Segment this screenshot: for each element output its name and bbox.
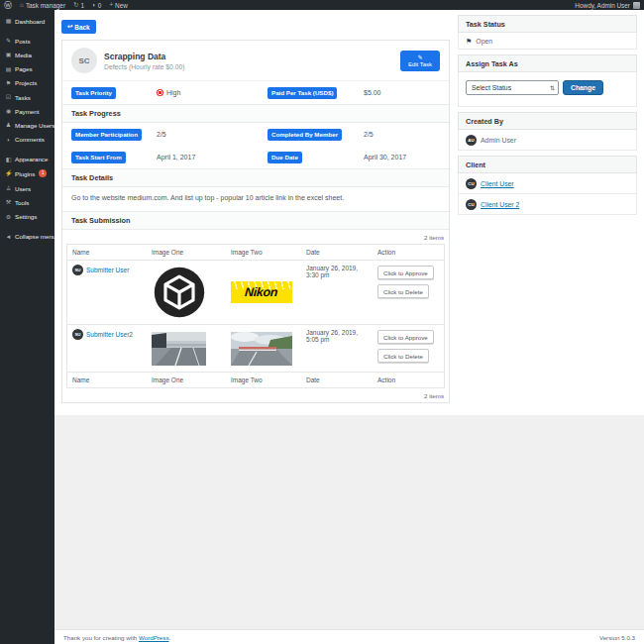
task-header-text: Scrapping Data Defects (Hourly rate $0.0… <box>104 52 185 70</box>
manage-users-icon: ♟ <box>5 122 12 128</box>
column-image-two: Image Two <box>226 245 301 260</box>
sidebar-item-settings[interactable]: ⚙Settings <box>0 209 54 223</box>
task-start-badge: Task Start From <box>71 152 126 163</box>
new-label: New <box>115 2 128 9</box>
delete-button[interactable]: Click to Delete <box>377 284 429 298</box>
payment-icon: ◉ <box>5 108 12 114</box>
task-status-heading: Task Status <box>458 15 637 33</box>
due-date-badge: Due Date <box>268 152 302 163</box>
submitter-cell: SU Submitter User <box>67 261 147 324</box>
updates-link[interactable]: ↻ 1 <box>69 0 88 10</box>
change-status-button[interactable]: Change <box>563 80 603 95</box>
sidebar-item-label: Dashboard <box>15 18 45 25</box>
comments-link[interactable]: ◗ 0 <box>88 0 105 10</box>
task-progress-heading: Task Progress <box>62 104 449 123</box>
back-arrow-icon: ↩ <box>67 23 72 31</box>
client-avatar: CU <box>466 199 477 210</box>
paid-per-task-value: $5.00 <box>364 89 440 96</box>
submitter-cell: SU Submitter User2 <box>67 325 147 372</box>
sidebar-item-tools[interactable]: ⚒Tools <box>0 195 54 209</box>
status-select[interactable]: Select Status ⇅ <box>466 80 559 95</box>
status-select-value: Select Status <box>472 84 511 91</box>
submitter-user-link[interactable]: Submitter User <box>86 265 129 273</box>
users-icon: ♙ <box>5 185 12 191</box>
column-name[interactable]: Name <box>67 245 147 260</box>
sidebar-item-payment[interactable]: ◉Payment <box>0 104 54 118</box>
sidebar-item-tasks[interactable]: ☑Tasks <box>0 90 54 104</box>
priority-row: Task Priority High Paid Per Task (USD$) … <box>62 80 449 104</box>
comments-count: 0 <box>98 2 102 9</box>
sidebar-item-plugins[interactable]: ⚡Plugins1 <box>0 166 54 181</box>
back-button[interactable]: ↩ Back <box>61 20 96 34</box>
sidebar-item-posts[interactable]: ✎Posts <box>0 34 54 48</box>
sidebar-item-pages[interactable]: ▤Pages <box>0 62 54 76</box>
home-icon: ⌂ <box>20 2 24 8</box>
sidebar-item-label: Collapse menu <box>15 233 55 240</box>
sidebar-item-projects[interactable]: ⚑Projects <box>0 76 54 90</box>
image-one-cell <box>147 261 226 324</box>
sidebar-item-label: Tools <box>15 199 29 206</box>
creator-avatar: AU <box>466 135 477 146</box>
task-header: SC Scrapping Data Defects (Hourly rate $… <box>62 41 449 80</box>
sidebar-item-comments[interactable]: ◗Comments <box>0 133 54 147</box>
column-image-one: Image One <box>147 373 226 387</box>
wordpress-logo-menu[interactable]: Ⓦ <box>0 0 16 10</box>
sidebar-item-users[interactable]: ♙Users <box>0 181 54 195</box>
member-participation-value: 2/5 <box>157 131 268 138</box>
approve-button[interactable]: Click to Approve <box>377 330 434 344</box>
sidebar-item-label: Comments <box>15 136 45 143</box>
main-area: ↩ Back SC Scrapping Data Defects (Hourly… <box>54 10 644 644</box>
table-header-row: Name Image One Image Two Date Action <box>67 245 444 260</box>
site-name-link[interactable]: ⌂ Task manager <box>16 0 69 10</box>
sidebar-item-manage-users[interactable]: ♟Manage Users <box>0 118 54 132</box>
client-user-link[interactable]: Client User <box>481 180 514 187</box>
updates-icon: ↻ <box>73 2 78 8</box>
approve-button[interactable]: Click to Approve <box>377 266 434 279</box>
client-row: CU Client User <box>458 173 637 194</box>
posts-icon: ✎ <box>5 38 12 44</box>
sidebar-item-media[interactable]: ▣Media <box>0 48 54 61</box>
table-footer-row: Name Image One Image Two Date Action <box>67 372 444 387</box>
edit-task-label: Edit Task <box>408 61 432 67</box>
account-menu[interactable]: Howdy, Admin User <box>575 2 644 9</box>
sidebar-item-label: Posts <box>15 38 30 45</box>
admin-footer: Thank you for creating with WordPress. V… <box>54 629 644 644</box>
sidebar-item-label: Users <box>15 185 31 192</box>
background-filler <box>54 415 644 629</box>
submitter-user-link[interactable]: Submitter User2 <box>86 329 133 338</box>
submitter-avatar: SU <box>72 329 83 340</box>
footer-thanks-text: Thank you for creating with <box>63 634 139 641</box>
appearance-icon: ◧ <box>5 157 12 162</box>
client-user-link[interactable]: Client User 2 <box>481 201 519 208</box>
wordpress-icon: Ⓦ <box>4 0 12 11</box>
column-name[interactable]: Name <box>67 373 147 387</box>
edit-task-button[interactable]: ✎ Edit Task <box>400 51 440 71</box>
new-content-menu[interactable]: + New <box>105 0 132 10</box>
sidebar-item-appearance[interactable]: ◧Appearance <box>0 153 54 166</box>
table-row: SU Submitter User2 <box>67 324 444 372</box>
comments-icon: ◗ <box>5 137 12 143</box>
projects-icon: ⚑ <box>5 80 12 86</box>
tools-icon: ⚒ <box>5 199 12 205</box>
created-by-section: Created By AU Admin User <box>458 112 637 151</box>
sidebar-item-dashboard[interactable]: ▦Dashboard <box>0 14 54 28</box>
status-flag-icon: ⚑ <box>466 38 472 45</box>
date-cell: January 26, 2019, 3:30 pm <box>301 261 373 324</box>
footer-period: . <box>169 634 171 641</box>
paid-per-task-badge: Paid Per Task (USD$) <box>268 87 337 99</box>
tasks-icon: ☑ <box>5 94 12 100</box>
client-row: CU Client User 2 <box>458 194 637 215</box>
items-count-top: 2 items <box>62 230 449 244</box>
sidebar-item-collapse-menu[interactable]: ◄Collapse menu <box>0 230 54 244</box>
sidebar-item-label: Manage Users <box>15 122 54 129</box>
collapse-icon: ◄ <box>5 234 12 240</box>
wordpress-link[interactable]: WordPress <box>139 634 169 641</box>
date-cell: January 26, 2019, 5:05 pm <box>301 325 373 372</box>
road-photo-two-image <box>231 332 292 366</box>
admin-sidebar: ▦Dashboard ✎Posts ▣Media ▤Pages ⚑Project… <box>0 10 54 644</box>
delete-button[interactable]: Click to Delete <box>377 349 429 363</box>
updates-count: 1 <box>80 2 84 9</box>
created-by-row: AU Admin User <box>458 130 637 151</box>
creator-name: Admin User <box>481 137 516 144</box>
column-action: Action <box>373 245 444 260</box>
